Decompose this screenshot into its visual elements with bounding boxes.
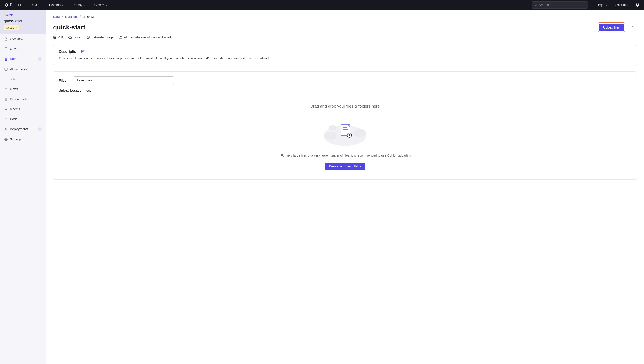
header-actions: Upload files	[598, 22, 637, 32]
svg-point-17	[353, 129, 366, 137]
breadcrumb-datasets[interactable]: Datasets	[65, 15, 78, 18]
meta-size: 0 B	[53, 36, 63, 39]
chevron-down-icon: ▾	[62, 4, 63, 6]
sidebar-item-data[interactable]: Data ›	[0, 54, 46, 64]
sidebar-item-models[interactable]: Models	[0, 104, 46, 114]
stage-badge[interactable]: Ideation ›	[4, 26, 19, 30]
more-actions-button[interactable]	[628, 24, 637, 31]
brand-name: Domino	[10, 3, 22, 7]
nav-item-develop[interactable]: Develop ▾	[49, 3, 63, 7]
svg-point-1	[535, 4, 537, 6]
svg-point-12	[632, 28, 632, 28]
files-label: Files	[59, 78, 66, 82]
svg-point-10	[632, 26, 632, 26]
dropzone-hint: * For very large files or a very large n…	[59, 154, 631, 157]
sidebar-item-deployments[interactable]: Deployments ›	[0, 124, 46, 134]
svg-point-11	[632, 27, 632, 28]
sync-icon	[38, 67, 42, 71]
page-header: quick-start Upload files	[53, 22, 637, 32]
chevron-right-icon: ›	[38, 127, 42, 131]
main-content: Data / Datasets / quick-start quick-star…	[46, 10, 644, 364]
sidebar-item-jobs[interactable]: Jobs	[0, 74, 46, 84]
search-icon	[534, 3, 538, 7]
sidebar-item-govern[interactable]: Govern	[0, 44, 46, 54]
more-vertical-icon	[631, 26, 634, 30]
database-icon	[4, 57, 8, 61]
chevron-down-icon: ▾	[38, 4, 40, 6]
sidebar-menu: Overview Govern Data › Workspaces	[0, 34, 46, 144]
search-box[interactable]	[532, 1, 588, 8]
chevron-right-icon: ›	[16, 26, 17, 29]
monitor-icon	[4, 68, 8, 71]
description-header: Description	[59, 50, 631, 54]
description-card: Description This is the default dataset …	[53, 44, 637, 66]
upload-highlight: Upload files	[598, 22, 625, 32]
sidebar-item-code[interactable]: Code	[0, 114, 46, 124]
bell-icon[interactable]	[636, 3, 640, 8]
sidebar-header: Projects quick-start Ideation ›	[0, 10, 46, 34]
svg-rect-3	[4, 68, 8, 70]
dropzone-illustration	[320, 116, 370, 147]
files-header: Files Latest data	[59, 76, 631, 84]
dropzone[interactable]: Drag and drop your files & folders here	[59, 100, 631, 174]
layers-icon	[86, 36, 90, 39]
sidebar-item-flows[interactable]: Flows	[0, 84, 46, 94]
nav-menu: Data ▾ Develop ▾ Deploy ▾ Govern ▾	[30, 3, 107, 7]
nav-item-govern[interactable]: Govern ▾	[94, 3, 107, 7]
upload-files-button[interactable]: Upload files	[599, 24, 624, 31]
nav-item-deploy[interactable]: Deploy ▾	[72, 3, 85, 7]
svg-point-9	[6, 139, 6, 140]
flask-icon	[4, 98, 8, 101]
hard-drive-icon	[53, 36, 56, 39]
external-link-icon	[604, 3, 607, 7]
ai-icon	[4, 107, 8, 111]
description-text: This is the default dataset provided for…	[59, 56, 631, 61]
meta-row: 0 B Local dataset-storage /domino/datase…	[53, 36, 637, 39]
upload-location-label: Upload Location:	[59, 89, 84, 92]
svg-point-16	[324, 132, 337, 140]
svg-marker-14	[87, 36, 90, 37]
svg-point-6	[6, 88, 7, 89]
upload-location: Upload Location: root	[59, 89, 631, 92]
branch-icon	[4, 87, 8, 91]
top-nav: Domino Data ▾ Develop ▾ Deploy ▾ Govern …	[0, 0, 644, 10]
logo-icon	[4, 3, 8, 7]
edit-icon[interactable]	[81, 50, 84, 54]
help-link[interactable]: Help	[597, 3, 607, 7]
svg-point-8	[6, 109, 6, 110]
breadcrumb: Data / Datasets / quick-start	[53, 15, 637, 18]
project-name: quick-start	[4, 19, 42, 24]
sidebar-item-overview[interactable]: Overview	[0, 34, 46, 44]
sidebar: Projects quick-start Ideation › Overview…	[0, 10, 46, 364]
svg-point-18	[328, 125, 337, 130]
meta-location: Local	[68, 36, 81, 39]
cloud-icon	[68, 36, 72, 39]
dropzone-title: Drag and drop your files & folders here	[59, 104, 631, 109]
page-title: quick-start	[53, 24, 85, 31]
chevron-down-icon	[168, 78, 170, 82]
sidebar-item-workspaces[interactable]: Workspaces	[0, 64, 46, 74]
search-input[interactable]	[539, 3, 585, 7]
chevron-down-icon: ▾	[627, 4, 628, 6]
rocket-icon	[4, 127, 8, 131]
breadcrumb-data[interactable]: Data	[53, 15, 60, 18]
brand-logo[interactable]: Domino	[4, 3, 22, 7]
projects-link[interactable]: Projects	[4, 14, 42, 17]
chevron-right-icon: ›	[38, 57, 42, 61]
meta-path: /domino/datasets/local/quick-start	[119, 36, 171, 39]
shield-icon	[4, 47, 8, 50]
description-title: Description	[59, 50, 78, 54]
breadcrumb-current: quick-start	[83, 15, 98, 18]
account-menu[interactable]: Account ▾	[614, 3, 628, 7]
browse-upload-button[interactable]: Browse & Upload Files	[325, 163, 365, 170]
upload-location-value: root	[85, 89, 91, 92]
sparkle-icon	[4, 78, 8, 81]
nav-item-data[interactable]: Data ▾	[30, 3, 40, 7]
gear-icon	[4, 138, 8, 141]
breadcrumb-separator: /	[62, 15, 63, 18]
folder-icon	[119, 36, 122, 39]
snapshot-select[interactable]: Latest data	[74, 76, 174, 84]
sidebar-item-experiments[interactable]: Experiments	[0, 94, 46, 104]
chevron-down-icon: ▾	[106, 4, 107, 6]
sidebar-item-settings[interactable]: Settings	[0, 134, 46, 144]
